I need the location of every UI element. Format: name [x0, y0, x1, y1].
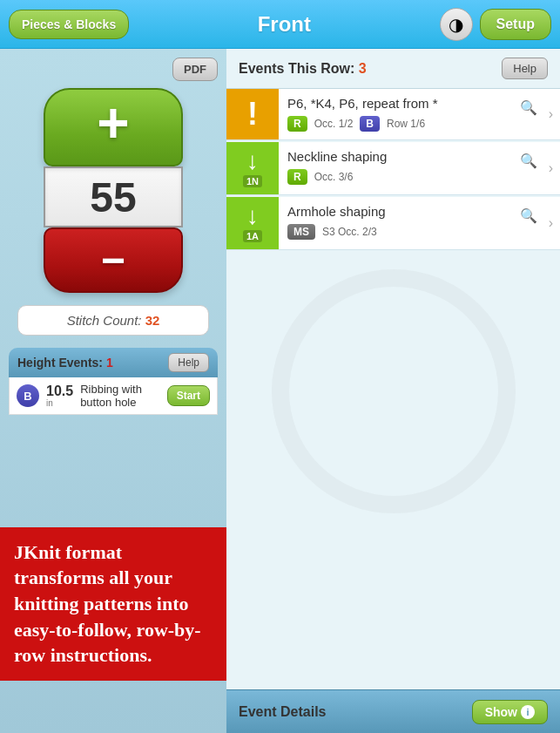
stitch-count-label: Stitch Count:: [67, 313, 142, 328]
search-icon[interactable]: 🔍: [520, 99, 537, 116]
height-events-count: 1: [106, 356, 113, 370]
event-item: ↓ 1A Armhole shaping MS S3 Occ. 2/3 🔍 ›: [226, 197, 560, 250]
exclaim-icon: !: [247, 96, 258, 132]
plus-icon: +: [97, 95, 129, 151]
event-icon-arrow: ↓ 1N: [226, 142, 279, 194]
header-right: ◑ Setup: [440, 8, 551, 41]
height-events-label: Height Events:: [17, 356, 103, 370]
height-event-row: B 10.5 in Ribbing with button hole Start: [9, 377, 218, 415]
main-content: PDF + 55 − Stitch Count: 32 Height Event…: [0, 49, 560, 733]
left-panel: PDF + 55 − Stitch Count: 32 Height Event…: [0, 49, 226, 733]
badge-occ-3: S3 Occ. 2/3: [322, 226, 377, 238]
promo-text: JKnit format transforms all your knittin…: [14, 540, 213, 669]
event-icon-arrow: ↓ 1A: [226, 197, 279, 249]
right-panel: Events This Row: 3 Help ! P6, *K4, P6, r…: [226, 49, 560, 733]
event-badges: R Occ. 1/2 B Row 1/6: [287, 116, 551, 132]
events-help-button[interactable]: Help: [502, 58, 548, 79]
event-details-label: Event Details: [239, 704, 326, 720]
search-icon[interactable]: 🔍: [520, 153, 537, 169]
badge-occ-2: Occ. 3/6: [314, 171, 354, 183]
events-title-label: Events This Row:: [239, 61, 354, 76]
badge-b: B: [360, 116, 380, 132]
chevron-right-icon: ›: [549, 215, 553, 231]
promo-banner: JKnit format transforms all your knittin…: [0, 527, 226, 681]
event-body: P6, *K4, P6, repeat from * R Occ. 1/2 B …: [279, 89, 560, 139]
increment-button[interactable]: +: [44, 88, 183, 166]
event-code-1a: 1A: [243, 230, 262, 242]
height-events-help-button[interactable]: Help: [168, 353, 209, 372]
height-event-text: Ribbing with button hole: [80, 383, 160, 409]
event-name: P6, *K4, P6, repeat from *: [287, 96, 551, 111]
height-events-title: Height Events: 1: [17, 356, 113, 370]
badge-ms: MS: [287, 224, 315, 240]
stitch-count-value: 32: [145, 313, 160, 328]
event-code-1n: 1N: [243, 175, 262, 187]
event-body: Neckline shaping R Occ. 3/6: [279, 142, 560, 194]
event-list: ! P6, *K4, P6, repeat from * R Occ. 1/2 …: [226, 89, 560, 733]
decrement-button[interactable]: −: [44, 227, 183, 293]
start-button[interactable]: Start: [167, 385, 210, 406]
bottom-bar: Event Details Show i: [226, 689, 560, 733]
counter-value: 55: [90, 173, 136, 221]
height-events-section: Height Events: 1 Help B 10.5 in Ribbing …: [9, 348, 218, 415]
page-title: Front: [129, 12, 439, 37]
show-button[interactable]: Show i: [472, 700, 548, 724]
counter-display: 55: [44, 166, 183, 227]
height-event-measurement: 10.5 in: [46, 384, 73, 408]
arrow-down-icon: ↓: [246, 149, 259, 173]
stitch-count-display: Stitch Count: 32: [17, 305, 209, 336]
minus-icon: −: [101, 250, 125, 271]
event-name: Neckline shaping: [287, 149, 551, 164]
events-count: 3: [359, 61, 367, 76]
show-label: Show: [485, 705, 517, 719]
pieces-blocks-button[interactable]: Pieces & Blocks: [9, 10, 129, 39]
event-badges: R Occ. 3/6: [287, 169, 551, 185]
badge-occ-1: Occ. 1/2: [314, 118, 354, 130]
search-icon[interactable]: 🔍: [520, 207, 537, 224]
counter-widget: + 55 −: [35, 88, 192, 293]
events-header: Events This Row: 3 Help: [226, 49, 560, 89]
badge-r-2: R: [287, 169, 307, 185]
pdf-button[interactable]: PDF: [172, 58, 218, 81]
height-events-header: Height Events: 1 Help: [9, 348, 218, 377]
event-item: ! P6, *K4, P6, repeat from * R Occ. 1/2 …: [226, 89, 560, 140]
event-badges: MS S3 Occ. 2/3: [287, 224, 551, 240]
chevron-right-icon: ›: [549, 106, 553, 122]
event-icon-exclaim: !: [226, 89, 279, 139]
b-badge: B: [17, 384, 39, 407]
setup-button[interactable]: Setup: [480, 9, 551, 40]
header: Pieces & Blocks Front ◑ Setup: [0, 0, 560, 49]
height-event-value: 10.5: [46, 384, 73, 398]
event-body: Armhole shaping MS S3 Occ. 2/3: [279, 197, 560, 249]
badge-row-1: Row 1/6: [387, 118, 425, 130]
height-event-unit: in: [46, 398, 73, 408]
event-name: Armhole shaping: [287, 204, 551, 219]
events-title: Events This Row: 3: [239, 61, 367, 77]
event-item: ↓ 1N Neckline shaping R Occ. 3/6 🔍 ›: [226, 142, 560, 195]
theme-toggle-button[interactable]: ◑: [440, 8, 473, 41]
chevron-right-icon: ›: [549, 160, 553, 176]
info-icon: i: [521, 705, 535, 719]
arrow-down-icon: ↓: [246, 204, 259, 228]
badge-r: R: [287, 116, 307, 132]
